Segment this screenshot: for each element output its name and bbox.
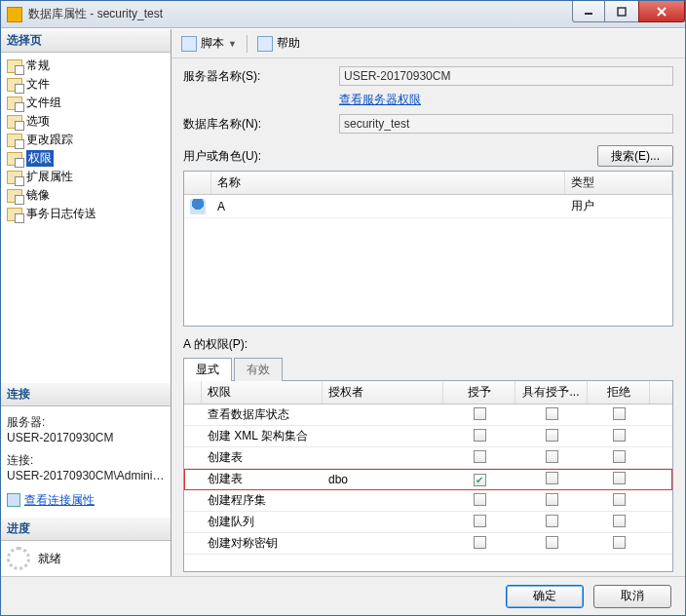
- sidebar-item-label: 镜像: [26, 187, 50, 204]
- checkbox[interactable]: [474, 450, 486, 463]
- server-value: USER-20170930CM: [7, 431, 165, 444]
- checkbox[interactable]: [474, 407, 486, 420]
- app-icon: [7, 7, 22, 22]
- page-icon: [7, 134, 22, 147]
- sidebar: 选择页 常规文件文件组选项更改跟踪权限扩展属性镜像事务日志传送 连接 服务器: …: [1, 29, 172, 576]
- titlebar[interactable]: 数据库属性 - security_test: [1, 1, 685, 28]
- checkbox[interactable]: [546, 472, 558, 484]
- perm-name: 创建队列: [202, 514, 323, 530]
- perm-name: 查看数据库状态: [202, 406, 323, 423]
- checkbox[interactable]: [613, 493, 626, 506]
- perm-row[interactable]: 创建队列: [184, 512, 672, 533]
- db-name-label: 数据库名称(N):: [183, 116, 339, 133]
- perm-col-grant[interactable]: 授予: [443, 381, 515, 404]
- progress-header: 进度: [1, 518, 171, 541]
- perm-name: 创建对称密钥: [202, 535, 323, 552]
- checkbox[interactable]: [474, 493, 486, 506]
- roles-row[interactable]: A用户: [184, 195, 672, 218]
- checkbox[interactable]: ✔: [474, 474, 486, 486]
- select-page-header: 选择页: [1, 29, 171, 53]
- checkbox[interactable]: [613, 450, 626, 463]
- checkbox[interactable]: [546, 450, 558, 463]
- svg-rect-1: [618, 8, 626, 16]
- page-icon: [7, 171, 22, 184]
- sidebar-item[interactable]: 权限: [3, 149, 169, 168]
- script-button[interactable]: 脚本▼: [177, 33, 241, 54]
- checkbox[interactable]: [474, 515, 486, 527]
- ok-button[interactable]: 确定: [506, 585, 584, 608]
- perm-name: 创建程序集: [202, 492, 323, 509]
- sidebar-item[interactable]: 文件组: [3, 94, 169, 112]
- checkbox[interactable]: [546, 429, 558, 442]
- perm-name: 创建 XML 架构集合: [202, 428, 323, 444]
- sidebar-item[interactable]: 常规: [3, 57, 169, 75]
- sidebar-item-label: 权限: [26, 150, 54, 167]
- page-icon: [7, 78, 22, 92]
- help-button[interactable]: 帮助: [253, 33, 304, 54]
- roles-col-type[interactable]: 类型: [565, 172, 672, 194]
- perm-grantor: dbo: [323, 473, 443, 486]
- perm-row[interactable]: 创建对称密钥: [184, 533, 672, 555]
- sidebar-item[interactable]: 镜像: [3, 186, 169, 205]
- page-icon: [7, 189, 22, 203]
- page-icon: [7, 208, 22, 221]
- checkbox[interactable]: [546, 515, 558, 527]
- conn-label: 连接:: [7, 452, 165, 469]
- perm-row[interactable]: 创建表: [184, 447, 672, 469]
- window-title: 数据库属性 - security_test: [28, 6, 572, 22]
- sidebar-item-label: 文件: [26, 76, 50, 93]
- sidebar-item[interactable]: 扩展属性: [3, 168, 169, 186]
- perm-col-deny[interactable]: 拒绝: [588, 381, 650, 404]
- checkbox[interactable]: [613, 429, 626, 442]
- perm-col-marker: [184, 381, 202, 404]
- perm-row[interactable]: 创建程序集: [184, 490, 672, 512]
- checkbox[interactable]: [613, 407, 626, 420]
- checkbox[interactable]: [546, 493, 558, 506]
- perm-row[interactable]: 查看数据库状态: [184, 404, 672, 426]
- checkbox[interactable]: [613, 472, 626, 484]
- sidebar-item-label: 更改跟踪: [26, 132, 73, 148]
- sidebar-item-label: 文件组: [26, 95, 61, 111]
- perm-col-grantor[interactable]: 授权者: [323, 381, 443, 404]
- checkbox[interactable]: [613, 536, 626, 549]
- roles-col-name[interactable]: 名称: [211, 172, 565, 194]
- perm-row[interactable]: 创建 XML 架构集合: [184, 426, 672, 447]
- perm-col-withgrant[interactable]: 具有授予...: [515, 381, 588, 404]
- conn-value: USER-20170930CM\Administrat: [7, 469, 165, 482]
- dialog-footer: 确定 取消: [1, 576, 685, 615]
- sidebar-item-label: 事务日志传送: [26, 206, 96, 222]
- search-button[interactable]: 搜索(E)...: [597, 145, 673, 167]
- checkbox[interactable]: [474, 429, 486, 442]
- page-icon: [7, 59, 22, 73]
- perm-col-permission[interactable]: 权限: [202, 381, 323, 404]
- checkbox[interactable]: [546, 407, 558, 420]
- view-connection-link[interactable]: 查看连接属性: [7, 492, 95, 509]
- tab-explicit[interactable]: 显式: [183, 358, 232, 381]
- nav-list: 常规文件文件组选项更改跟踪权限扩展属性镜像事务日志传送: [1, 53, 171, 227]
- progress-status: 就绪: [38, 551, 61, 567]
- cancel-button[interactable]: 取消: [593, 585, 671, 608]
- checkbox[interactable]: [613, 515, 626, 527]
- minimize-button[interactable]: [572, 1, 605, 22]
- maximize-button[interactable]: [605, 1, 638, 22]
- server-name-field: [339, 66, 673, 86]
- user-icon: [190, 199, 206, 214]
- view-server-perms-link[interactable]: 查看服务器权限: [339, 92, 421, 108]
- script-icon: [181, 36, 197, 52]
- dialog-window: 数据库属性 - security_test 选择页 常规文件文件组选项更改跟踪权…: [0, 0, 686, 616]
- permissions-grid[interactable]: 权限 授权者 授予 具有授予... 拒绝 查看数据库状态创建 XML 架构集合创…: [183, 380, 673, 572]
- chevron-down-icon: ▼: [228, 39, 237, 49]
- sidebar-item[interactable]: 文件: [3, 75, 169, 94]
- close-button[interactable]: [638, 1, 685, 22]
- tab-effective[interactable]: 有效: [234, 358, 283, 381]
- checkbox[interactable]: [474, 536, 486, 549]
- perm-row[interactable]: 创建表dbo✔: [184, 469, 672, 490]
- role-name: A: [211, 197, 565, 216]
- sidebar-item[interactable]: 事务日志传送: [3, 205, 169, 223]
- sidebar-item[interactable]: 选项: [3, 112, 169, 131]
- connection-header: 连接: [1, 383, 171, 406]
- roles-grid[interactable]: 名称 类型 A用户: [183, 171, 673, 327]
- sidebar-item[interactable]: 更改跟踪: [3, 131, 169, 149]
- roles-label: 用户或角色(U):: [183, 148, 597, 165]
- checkbox[interactable]: [546, 536, 558, 549]
